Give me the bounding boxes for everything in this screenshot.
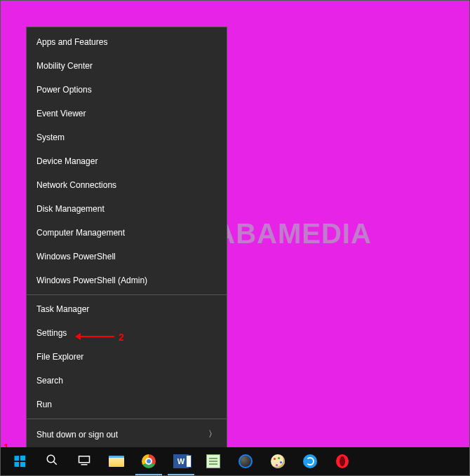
menu-file-explorer[interactable]: File Explorer — [27, 345, 227, 369]
taskbar-google-chrome[interactable] — [133, 447, 165, 475]
desktop: NESABAMEDIA Apps and Features Mobility C… — [0, 0, 470, 476]
menu-windows-powershell-admin[interactable]: Windows PowerShell (Admin) — [27, 268, 227, 292]
quicktime-icon — [239, 454, 253, 468]
menu-item-label: Search — [36, 376, 63, 386]
svg-line-1 — [53, 461, 57, 465]
taskbar: W — [1, 447, 469, 475]
menu-item-label: System — [36, 132, 65, 142]
taskbar-file-explorer[interactable] — [100, 447, 133, 475]
menu-item-label: Run — [36, 400, 52, 409]
menu-run[interactable]: Run — [27, 393, 227, 416]
svg-point-0 — [47, 455, 55, 463]
menu-item-label: Mobility Center — [36, 61, 93, 71]
menu-item-label: Shut down or sign out — [36, 430, 118, 440]
menu-apps-and-features[interactable]: Apps and Features — [27, 30, 227, 54]
taskbar-task-view-button[interactable] — [68, 447, 100, 475]
sync-icon — [303, 454, 317, 468]
menu-separator — [27, 419, 227, 419]
menu-item-label: File Explorer — [36, 352, 83, 362]
menu-item-label: Network Connections — [36, 180, 116, 190]
menu-system[interactable]: System — [27, 125, 227, 149]
search-icon — [46, 454, 58, 469]
menu-item-label: Disk Management — [36, 204, 105, 214]
winx-context-menu: Apps and Features Mobility Center Power … — [26, 27, 227, 475]
menu-item-label: Power Options — [36, 85, 92, 95]
menu-item-label: Windows PowerShell — [36, 252, 116, 261]
annotation-number-2: 2 — [119, 332, 124, 343]
taskbar-sync-app[interactable] — [294, 447, 326, 475]
menu-item-label: Settings — [36, 328, 67, 338]
menu-settings[interactable]: Settings — [27, 321, 227, 345]
menu-mobility-center[interactable]: Mobility Center — [27, 54, 227, 78]
taskbar-notepad-plus-plus[interactable] — [197, 447, 229, 475]
taskbar-ms-paint[interactable] — [262, 447, 294, 475]
menu-item-label: Apps and Features — [36, 37, 107, 47]
menu-item-label: Task Manager — [36, 304, 89, 314]
menu-task-manager[interactable]: Task Manager — [27, 297, 227, 321]
menu-network-connections[interactable]: Network Connections — [27, 173, 227, 197]
annotation-arrow — [79, 336, 114, 337]
taskbar-media-player[interactable] — [229, 447, 262, 475]
menu-device-manager[interactable]: Device Manager — [27, 149, 227, 173]
taskbar-microsoft-word[interactable]: W — [165, 447, 197, 475]
menu-item-label: Windows PowerShell (Admin) — [36, 276, 147, 285]
task-view-icon — [78, 454, 90, 469]
menu-event-viewer[interactable]: Event Viewer — [27, 102, 227, 125]
menu-disk-management[interactable]: Disk Management — [27, 197, 227, 221]
menu-separator — [27, 294, 227, 295]
word-icon: W — [173, 454, 189, 468]
taskbar-search-button[interactable] — [36, 447, 68, 475]
menu-power-options[interactable]: Power Options — [27, 78, 227, 102]
menu-item-label: Device Manager — [36, 156, 98, 166]
taskbar-opera-browser[interactable] — [326, 447, 358, 475]
menu-shut-down-or-sign-out[interactable]: Shut down or sign out 〉 — [27, 421, 227, 447]
menu-item-label: Event Viewer — [36, 109, 86, 118]
notepadpp-icon — [206, 454, 220, 468]
menu-windows-powershell[interactable]: Windows PowerShell — [27, 245, 227, 268]
menu-item-label: Computer Management — [36, 228, 125, 238]
menu-search[interactable]: Search — [27, 369, 227, 393]
opera-icon — [336, 454, 349, 468]
paint-icon — [271, 454, 285, 468]
windows-logo-icon — [14, 456, 25, 468]
menu-computer-management[interactable]: Computer Management — [27, 221, 227, 245]
file-explorer-icon — [109, 456, 124, 467]
chrome-icon — [142, 454, 156, 468]
svg-rect-2 — [79, 456, 90, 463]
chevron-right-icon: 〉 — [208, 428, 217, 440]
start-button[interactable] — [4, 447, 36, 475]
